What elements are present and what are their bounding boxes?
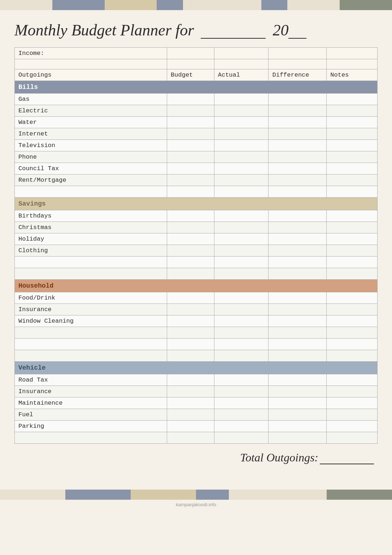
title-text: Monthly Budget Planner for <box>14 21 194 39</box>
row-label-savings-1: Christmas <box>15 221 167 233</box>
row-label-bills-6: Council Tax <box>15 163 167 174</box>
table-row: Clothing <box>15 245 378 256</box>
table-row <box>15 327 378 338</box>
table-row: Insurance <box>15 386 378 397</box>
page-title: Monthly Budget Planner for 20 <box>14 21 378 40</box>
table-row: Gas <box>15 93 378 105</box>
row-label-vehicle-4: Parking <box>15 420 167 432</box>
row-label-vehicle-0: Road Tax <box>15 374 167 386</box>
section-header-vehicle: Vehicle <box>15 361 378 374</box>
title-year: 20 <box>273 21 288 39</box>
table-row <box>15 432 378 443</box>
table-row: Fuel <box>15 409 378 420</box>
table-row: Christmas <box>15 221 378 233</box>
table-row: Food/Drink <box>15 292 378 304</box>
top-bar <box>0 0 392 10</box>
topbar-segment <box>105 0 157 10</box>
table-row: Television <box>15 139 378 151</box>
row-label-vehicle-3: Fuel <box>15 409 167 420</box>
col-difference: Difference <box>269 69 327 81</box>
table-row: Phone <box>15 151 378 163</box>
bottombar-segment <box>65 490 131 500</box>
section-header-bills: Bills <box>15 81 378 93</box>
row-label-bills-3: Internet <box>15 128 167 139</box>
topbar-segment <box>157 0 183 10</box>
section-header-savings: Savings <box>15 197 378 210</box>
row-label-savings-0: Birthdays <box>15 210 167 221</box>
total-line <box>320 464 374 464</box>
column-headers: Outgoings Budget Actual Difference Notes <box>15 69 378 81</box>
row-label-bills-2: Water <box>15 116 167 128</box>
row-label-bills-1: Electric <box>15 105 167 116</box>
table-row: Internet <box>15 128 378 139</box>
budget-table: Income: Outgoings Budget Actual Differen… <box>14 47 378 444</box>
row-label-household-2: Window Cleaning <box>15 315 167 327</box>
table-row: Electric <box>15 105 378 116</box>
row-label-bills-0: Gas <box>15 93 167 105</box>
row-label-bills-5: Phone <box>15 151 167 163</box>
bottom-bar <box>0 490 392 500</box>
table-row <box>15 186 378 197</box>
topbar-segment <box>0 0 52 10</box>
table-row: Holiday <box>15 233 378 245</box>
watermark: kampanjakoodi.info <box>0 500 392 509</box>
table-row: Birthdays <box>15 210 378 221</box>
topbar-segment <box>183 0 261 10</box>
row-label-savings-3: Clothing <box>15 245 167 256</box>
title-year-line <box>288 38 306 39</box>
table-row: Parking <box>15 420 378 432</box>
col-notes: Notes <box>327 69 378 81</box>
row-label-household-1: Insurance <box>15 304 167 315</box>
section-header-household: Household <box>15 279 378 292</box>
income-label: Income: <box>15 47 167 59</box>
table-row: Insurance <box>15 304 378 315</box>
topbar-segment <box>52 0 105 10</box>
row-label-savings-2: Holiday <box>15 233 167 245</box>
total-outgoings-label: Total Outgoings: <box>240 451 318 464</box>
topbar-segment <box>340 0 392 10</box>
bottombar-segment <box>196 490 229 500</box>
table-row: Council Tax <box>15 163 378 174</box>
row-label-bills-7: Rent/Mortgage <box>15 174 167 186</box>
total-outgoings: Total Outgoings: <box>14 444 378 468</box>
table-row: Maintainence <box>15 397 378 409</box>
bottombar-segment <box>327 490 392 500</box>
title-line-spacer <box>201 38 266 39</box>
empty-row-1 <box>15 59 378 69</box>
table-row <box>15 350 378 361</box>
table-row: Rent/Mortgage <box>15 174 378 186</box>
table-row <box>15 256 378 268</box>
bottombar-segment <box>131 490 196 500</box>
table-row <box>15 338 378 350</box>
col-outgoings: Outgoings <box>15 69 167 81</box>
topbar-segment <box>287 0 340 10</box>
row-label-household-0: Food/Drink <box>15 292 167 304</box>
table-row: Water <box>15 116 378 128</box>
bottombar-segment <box>229 490 327 500</box>
table-row: Window Cleaning <box>15 315 378 327</box>
topbar-segment <box>261 0 287 10</box>
row-label-vehicle-2: Maintainence <box>15 397 167 409</box>
col-budget: Budget <box>167 69 214 81</box>
row-label-bills-4: Television <box>15 139 167 151</box>
income-row: Income: <box>15 47 378 59</box>
table-row: Road Tax <box>15 374 378 386</box>
bottombar-segment <box>0 490 65 500</box>
table-row <box>15 268 378 279</box>
col-actual: Actual <box>214 69 269 81</box>
row-label-vehicle-1: Insurance <box>15 386 167 397</box>
